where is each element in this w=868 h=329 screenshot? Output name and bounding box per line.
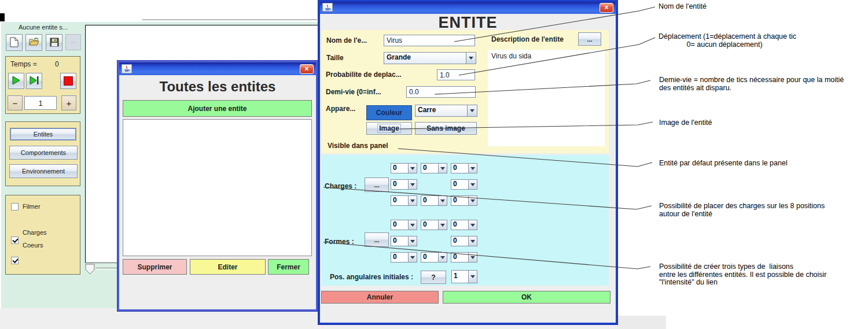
chevron-down-icon[interactable] (409, 253, 417, 262)
chevron-down-icon[interactable] (468, 105, 477, 116)
charge-dropdown[interactable]: 0 (421, 195, 447, 206)
chevron-down-icon[interactable] (469, 253, 477, 262)
entities-list[interactable] (123, 119, 312, 256)
entities-window-titlebar[interactable]: × (119, 62, 316, 75)
charge-value: 0 (421, 164, 439, 173)
chevron-down-icon[interactable] (409, 220, 417, 230)
charge-dropdown[interactable]: 0 (391, 195, 417, 206)
chevron-down-icon[interactable] (469, 180, 477, 189)
close-icon[interactable]: × (300, 64, 314, 74)
image-button[interactable]: Image (366, 122, 412, 135)
temps-value: 0 (55, 60, 59, 68)
charge-dropdown[interactable]: 0 (451, 179, 477, 190)
angular-help-button[interactable]: ? (421, 271, 446, 284)
step-plus-button[interactable]: + (61, 95, 76, 110)
entity-dialog-title: ENTITE (321, 14, 615, 32)
filmer-checkbox[interactable] (11, 203, 19, 210)
sans-image-button[interactable]: Sans image (415, 122, 477, 135)
chevron-down-icon[interactable] (469, 236, 477, 246)
charges-more-button[interactable]: ... (365, 178, 389, 192)
chevron-down-icon[interactable] (409, 164, 417, 173)
charges-section-label: Charges : (325, 182, 356, 190)
new-file-button[interactable] (6, 34, 23, 51)
coeurs-label: Coeurs (23, 242, 43, 249)
halflife-label: Demi-vie (0=inf... (326, 88, 381, 96)
nav-comportements-button[interactable]: Comportements (9, 146, 78, 160)
halflife-input[interactable] (406, 86, 476, 98)
cancel-button[interactable]: Annuler (321, 291, 439, 304)
forme-dropdown[interactable]: 0 (391, 252, 417, 263)
status-title: Aucune entite s... (1, 24, 85, 31)
description-textarea[interactable]: Virus du sida (488, 50, 605, 146)
charge-dropdown[interactable]: 0 (451, 163, 477, 173)
canvas-slider-thumb[interactable] (85, 264, 95, 275)
size-combo[interactable]: Grande (384, 52, 476, 64)
charges-checkbox[interactable] (11, 236, 19, 244)
name-label: Nom de l'e... (326, 36, 367, 45)
couleur-button[interactable]: Couleur (366, 105, 412, 120)
chevron-down-icon[interactable] (469, 164, 477, 173)
shape-combo[interactable]: Carre (415, 105, 477, 117)
step-minus-button[interactable]: − (8, 95, 23, 110)
forme-dropdown[interactable]: 0 (421, 220, 447, 230)
forme-dropdown[interactable]: 0 (451, 220, 477, 230)
forme-dropdown[interactable]: 0 (391, 236, 417, 246)
chevron-down-icon[interactable] (409, 236, 417, 246)
annotation-liaisons: Possibilité de créer trois types de liai… (659, 263, 827, 287)
play-button[interactable] (8, 73, 24, 89)
annotation-image: Image de l'entité (659, 119, 712, 127)
visible-label: Visible dans panel (328, 142, 388, 150)
close-list-button[interactable]: Fermer (268, 259, 309, 275)
forme-value: 0 (451, 253, 469, 262)
add-entity-button[interactable]: Ajouter une entite (123, 100, 312, 117)
angular-dropdown[interactable]: 1 (451, 270, 477, 283)
charges-label: Charges (23, 229, 47, 236)
stop-button[interactable] (60, 73, 76, 89)
charge-value: 0 (391, 180, 409, 189)
close-icon[interactable]: × (599, 3, 613, 13)
canvas-slider-track[interactable] (96, 268, 120, 269)
chevron-down-icon[interactable] (466, 53, 476, 64)
open-file-button[interactable] (25, 34, 42, 51)
ok-button[interactable]: OK (443, 291, 610, 304)
forme-dropdown[interactable]: 0 (451, 236, 477, 246)
step-button[interactable] (26, 73, 42, 89)
chevron-down-icon[interactable] (469, 220, 477, 230)
name-input[interactable] (384, 35, 475, 46)
nav-entites-button[interactable]: Entites (10, 128, 76, 141)
entities-window-title: Toutes les entites (120, 79, 315, 95)
chevron-down-icon[interactable] (439, 196, 447, 205)
entity-dialog-titlebar[interactable]: × (320, 2, 616, 14)
forme-dropdown[interactable]: 0 (391, 220, 417, 230)
edit-entity-button[interactable]: Editer (190, 259, 266, 275)
chevron-down-icon[interactable] (409, 196, 417, 205)
extra-tool-button[interactable]: ··· (65, 34, 81, 50)
proba-input[interactable] (437, 69, 475, 80)
description-more-button[interactable]: ... (578, 32, 601, 46)
charge-value: 0 (421, 196, 439, 205)
chevron-down-icon[interactable] (469, 196, 477, 205)
play-icon (11, 75, 21, 87)
chevron-down-icon[interactable] (469, 271, 477, 283)
chevron-down-icon[interactable] (439, 253, 447, 262)
description-label: Description de l'entite (491, 35, 564, 43)
chevron-down-icon[interactable] (439, 164, 447, 173)
formes-more-button[interactable]: ... (365, 232, 389, 247)
charge-dropdown[interactable]: 0 (421, 163, 447, 173)
appearance-label: Appare... (326, 105, 355, 113)
forme-dropdown[interactable]: 0 (451, 252, 477, 263)
charge-dropdown[interactable]: 0 (451, 195, 477, 206)
forme-dropdown[interactable]: 0 (421, 252, 447, 263)
step-count-input[interactable] (24, 96, 57, 110)
chevron-down-icon[interactable] (439, 220, 447, 230)
image-button-label: Image (378, 124, 400, 132)
save-file-button[interactable] (46, 34, 62, 51)
charge-dropdown[interactable]: 0 (391, 179, 417, 190)
charge-dropdown[interactable]: 0 (391, 163, 417, 173)
coeurs-checkbox[interactable] (11, 257, 19, 264)
charge-value: 0 (391, 164, 409, 173)
nav-environnement-button[interactable]: Environnement (9, 164, 78, 178)
chevron-down-icon[interactable] (409, 180, 417, 189)
forme-value: 0 (391, 253, 409, 262)
delete-entity-button[interactable]: Supprimer (123, 259, 187, 275)
